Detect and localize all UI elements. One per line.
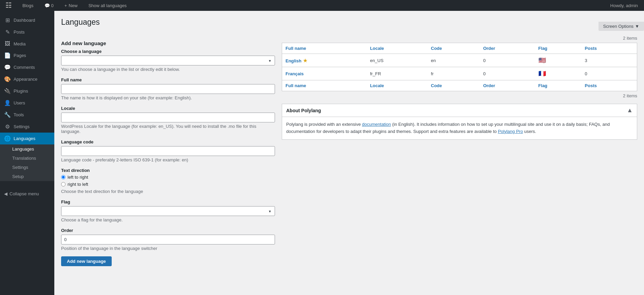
locale-label: Locale <box>61 106 275 111</box>
appearance-icon: 🎨 <box>4 76 11 82</box>
items-count-bottom: 2 items <box>623 93 637 98</box>
sidebar-item-dashboard[interactable]: ⊞ Dashboard <box>0 14 54 26</box>
new-label: New <box>69 3 77 8</box>
col-footer-locale[interactable]: Locale <box>367 80 427 91</box>
sidebar-item-languages[interactable]: 🌐 Languages <box>0 133 54 144</box>
sidebar-item-pages[interactable]: 📄 Pages <box>0 50 54 61</box>
submenu-translations[interactable]: Translations <box>0 154 54 163</box>
right-column: 2 items Full name Locale Code Order Flag… <box>282 34 637 272</box>
collapse-menu-button[interactable]: ◀ Collapse menu <box>0 188 54 200</box>
settings-icon: ⚙ <box>4 123 11 130</box>
media-icon: 🖼 <box>4 41 11 47</box>
choose-language-desc: You can choose a language in the list or… <box>61 67 275 72</box>
screen-options-button[interactable]: Screen Options ▼ <box>599 22 644 31</box>
col-header-locale[interactable]: Locale <box>367 43 427 54</box>
sidebar-item-comments[interactable]: 💬 Comments <box>0 61 54 73</box>
screen-options-label: Screen Options <box>603 24 634 29</box>
cell-code-1: fr <box>427 67 480 80</box>
language-code-input[interactable] <box>61 146 275 156</box>
sidebar-label-settings: Settings <box>14 124 30 129</box>
language-link-0[interactable]: English <box>286 58 301 63</box>
rtl-radio[interactable] <box>61 182 66 186</box>
col-footer-order[interactable]: Order <box>480 80 535 91</box>
cell-posts-1: 0 <box>582 67 637 80</box>
rtl-label: right to left <box>68 182 88 187</box>
collapse-icon: ◀ <box>4 191 7 196</box>
col-header-posts[interactable]: Posts <box>582 43 637 54</box>
sidebar-label-languages: Languages <box>14 136 35 141</box>
locale-input[interactable] <box>61 113 275 122</box>
locale-section: Locale WordPress Locale for the language… <box>61 106 275 134</box>
cell-name-1: Français <box>282 67 367 80</box>
postbox-title: About Polylang <box>286 108 321 113</box>
submenu-setup[interactable]: Setup <box>0 172 54 181</box>
col-header-code[interactable]: Code <box>427 43 480 54</box>
col-footer-posts[interactable]: Posts <box>582 80 637 91</box>
comments-icon: 💬 <box>44 3 50 8</box>
sidebar-label-users: Users <box>14 100 25 105</box>
col-header-full-name[interactable]: Full name <box>282 43 367 54</box>
order-label: Order <box>61 228 275 233</box>
choose-language-section: Choose a language You can choose a langu… <box>61 49 275 72</box>
wp-logo-icon: ☷ <box>5 1 12 9</box>
text-direction-section: Text direction left to right right to le… <box>61 168 275 194</box>
sidebar-item-appearance[interactable]: 🎨 Appearance <box>0 73 54 85</box>
sidebar-label-dashboard: Dashboard <box>14 18 35 23</box>
screen-options-arrow: ▼ <box>635 24 639 29</box>
add-language-button[interactable]: Add new language <box>61 256 112 266</box>
sidebar-item-posts[interactable]: ✎ Posts <box>0 26 54 38</box>
comments-count: 0 <box>51 3 54 8</box>
blogs-menu[interactable]: Blogs <box>20 0 36 11</box>
submenu-label-setup: Setup <box>12 174 24 179</box>
col-footer-full-name[interactable]: Full name <box>282 80 367 91</box>
about-text-before-link1: Polylang is provided with an extensive <box>286 122 362 127</box>
flag-label: Flag <box>61 199 275 204</box>
cell-locale-0: en_US <box>367 54 427 67</box>
show-all-languages[interactable]: Show all languages <box>86 0 129 11</box>
submenu-settings[interactable]: Settings <box>0 163 54 172</box>
sidebar-item-users[interactable]: 👤 Users <box>0 97 54 109</box>
ltr-radio[interactable] <box>61 175 66 179</box>
order-input[interactable]: 0 <box>61 235 275 244</box>
text-direction-label: Text direction <box>61 168 275 173</box>
choose-language-select[interactable] <box>61 56 275 65</box>
full-name-input[interactable] <box>61 84 275 94</box>
language-link-1[interactable]: Français <box>286 71 303 76</box>
order-section: Order 0 Position of the language in the … <box>61 228 275 251</box>
col-header-flag[interactable]: Flag <box>535 43 582 54</box>
text-direction-desc: Choose the text direction for the langua… <box>61 189 275 194</box>
cell-flag-0: 🇺🇸 <box>535 54 582 67</box>
documentation-link[interactable]: documentation <box>362 122 391 127</box>
submenu-languages[interactable]: Languages <box>0 144 54 154</box>
comments-menu[interactable]: 💬 0 <box>42 0 56 11</box>
about-text: Polylang is provided with an extensive d… <box>286 121 633 135</box>
col-footer-flag[interactable]: Flag <box>535 80 582 91</box>
languages-icon: 🌐 <box>4 135 11 142</box>
language-code-desc: Language code - preferably 2-letters ISO… <box>61 157 275 162</box>
plus-icon: + <box>65 3 67 8</box>
sidebar-label-tools: Tools <box>14 112 24 117</box>
sidebar-item-tools[interactable]: 🔧 Tools <box>0 109 54 121</box>
sidebar-item-settings[interactable]: ⚙ Settings <box>0 121 54 133</box>
sidebar-item-plugins[interactable]: 🔌 Plugins <box>0 85 54 97</box>
items-count-top: 2 items <box>623 36 637 41</box>
new-menu[interactable]: + New <box>62 0 80 11</box>
ltr-radio-label[interactable]: left to right <box>61 175 275 180</box>
cell-locale-1: fr_FR <box>367 67 427 80</box>
col-footer-code[interactable]: Code <box>427 80 480 91</box>
rtl-radio-label[interactable]: right to left <box>61 182 275 187</box>
wp-logo[interactable]: ☷ <box>3 0 14 11</box>
col-header-order[interactable]: Order <box>480 43 535 54</box>
flag-select[interactable] <box>61 206 275 216</box>
plugins-icon: 🔌 <box>4 88 11 94</box>
polylang-pro-link[interactable]: Polylang Pro <box>498 129 523 134</box>
order-desc: Position of the language in the language… <box>61 246 275 251</box>
submit-section: Add new language <box>61 256 275 266</box>
tablenav-bottom: 2 items <box>282 91 637 100</box>
table-row: English ★ en_US en 0 🇺🇸 3 <box>282 54 637 67</box>
languages-table: Full name Locale Code Order Flag Posts <box>282 43 637 91</box>
postbox-toggle[interactable]: ▲ <box>627 107 633 114</box>
sidebar-item-media[interactable]: 🖼 Media <box>0 38 54 50</box>
cell-flag-1: 🇫🇷 <box>535 67 582 80</box>
blogs-label: Blogs <box>22 3 34 8</box>
